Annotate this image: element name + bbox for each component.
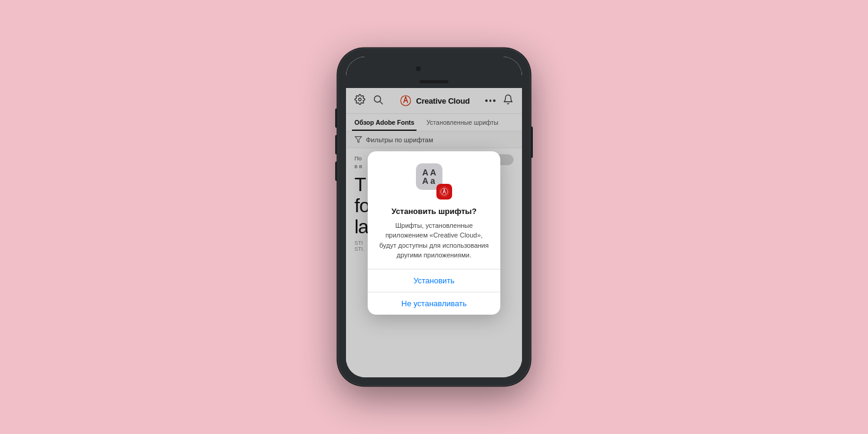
phone-camera [416, 66, 421, 71]
cc-badge-svg [439, 186, 450, 197]
phone-speaker [420, 80, 448, 83]
phone-body: Creative Cloud [338, 48, 530, 386]
dialog-overlay: A AA a [346, 88, 522, 377]
cancel-button[interactable]: Не устанавливать [368, 292, 500, 315]
dialog-body: Шрифты, установленные приложением «Creat… [377, 221, 491, 260]
phone-screen: Creative Cloud [346, 57, 522, 377]
dialog-title: Установить шрифты? [377, 207, 491, 216]
dialog-content: A AA a [368, 151, 500, 269]
cc-badge-icon [436, 184, 452, 200]
phone-mockup: Creative Cloud [338, 48, 530, 386]
dialog-icon-area: A AA a [416, 163, 452, 200]
phone-top-bar [346, 57, 522, 88]
app-content: Creative Cloud [346, 88, 522, 377]
install-fonts-dialog: A AA a [368, 151, 500, 315]
font-icon-text: A AA a [421, 167, 437, 186]
install-button[interactable]: Установить [368, 269, 500, 292]
